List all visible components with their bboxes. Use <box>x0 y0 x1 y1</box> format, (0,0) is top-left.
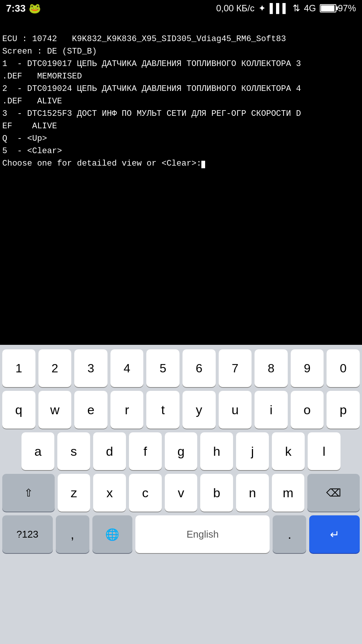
key-z[interactable]: z <box>58 474 90 512</box>
backspace-key[interactable]: ⌫ <box>307 474 360 512</box>
shift-key[interactable]: ⇧ <box>2 474 55 512</box>
key-m[interactable]: m <box>272 474 305 512</box>
key-4[interactable]: 4 <box>110 349 144 387</box>
key-h[interactable]: h <box>200 432 233 470</box>
status-right: 0,00 КБ/с ✦ ▌▌▌ ⇅ 4G 97% <box>216 3 356 14</box>
key-g[interactable]: g <box>165 432 198 470</box>
key-c[interactable]: c <box>129 474 162 512</box>
globe-key[interactable]: 🌐 <box>92 515 133 553</box>
key-o[interactable]: o <box>291 391 324 429</box>
asdf-row: a s d f g h j k l <box>2 432 360 470</box>
key-b[interactable]: b <box>200 474 233 512</box>
network-type: 4G <box>304 3 316 14</box>
battery-percent: 97% <box>338 3 356 14</box>
symbols-key[interactable]: ?123 <box>2 515 53 553</box>
bottom-row: ?123 , 🌐 English . ↵ <box>2 515 360 553</box>
key-f[interactable]: f <box>129 432 162 470</box>
zxcv-row: ⇧ z x c v b n m ⌫ <box>2 474 360 512</box>
terminal-output[interactable]: ECU : 10742 K9K832_K9K836_X95_SID305_Vdi… <box>0 17 362 345</box>
qwerty-row: q w e r t y u i o p <box>2 391 360 429</box>
key-k[interactable]: k <box>272 432 305 470</box>
key-r[interactable]: r <box>110 391 144 429</box>
key-n[interactable]: n <box>236 474 269 512</box>
key-7[interactable]: 7 <box>219 349 252 387</box>
key-1[interactable]: 1 <box>2 349 35 387</box>
key-y[interactable]: y <box>183 391 216 429</box>
key-6[interactable]: 6 <box>183 349 216 387</box>
key-q[interactable]: q <box>2 391 35 429</box>
key-v[interactable]: v <box>165 474 198 512</box>
status-bar: 7:33 🐸 0,00 КБ/с ✦ ▌▌▌ ⇅ 4G 97% <box>0 0 362 17</box>
battery-indicator: 97% <box>320 3 356 14</box>
key-9[interactable]: 9 <box>291 349 324 387</box>
key-0[interactable]: 0 <box>327 349 360 387</box>
signal-bars-icon: ▌▌▌ <box>270 3 289 14</box>
key-j[interactable]: j <box>236 432 269 470</box>
key-s[interactable]: s <box>57 432 90 470</box>
key-i[interactable]: i <box>255 391 288 429</box>
key-l[interactable]: l <box>308 432 341 470</box>
battery-icon <box>320 4 336 12</box>
period-key[interactable]: . <box>273 515 306 553</box>
key-x[interactable]: x <box>93 474 126 512</box>
status-left: 7:33 🐸 <box>6 3 41 14</box>
time-display: 7:33 <box>6 3 26 14</box>
key-5[interactable]: 5 <box>146 349 179 387</box>
key-p[interactable]: p <box>327 391 360 429</box>
key-d[interactable]: d <box>93 432 126 470</box>
key-u[interactable]: u <box>219 391 252 429</box>
key-t[interactable]: t <box>146 391 179 429</box>
key-e[interactable]: e <box>74 391 107 429</box>
spacebar[interactable]: English <box>135 515 270 553</box>
bluetooth-icon: ✦ <box>258 3 266 14</box>
keyboard[interactable]: 1 2 3 4 5 6 7 8 9 0 q w e r t y u i o p … <box>0 345 362 644</box>
status-emoji: 🐸 <box>29 3 41 14</box>
return-key[interactable]: ↵ <box>309 515 360 553</box>
terminal-line-1: ECU : 10742 K9K832_K9K836_X95_SID305_Vdi… <box>2 34 301 168</box>
comma-key[interactable]: , <box>56 515 89 553</box>
key-8[interactable]: 8 <box>255 349 288 387</box>
key-2[interactable]: 2 <box>38 349 72 387</box>
network-speed: 0,00 КБ/с <box>216 3 255 14</box>
key-w[interactable]: w <box>38 391 72 429</box>
terminal-cursor <box>201 161 205 168</box>
key-3[interactable]: 3 <box>74 349 107 387</box>
key-a[interactable]: a <box>21 432 54 470</box>
network-arrows-icon: ⇅ <box>293 3 300 14</box>
number-row: 1 2 3 4 5 6 7 8 9 0 <box>2 349 360 387</box>
